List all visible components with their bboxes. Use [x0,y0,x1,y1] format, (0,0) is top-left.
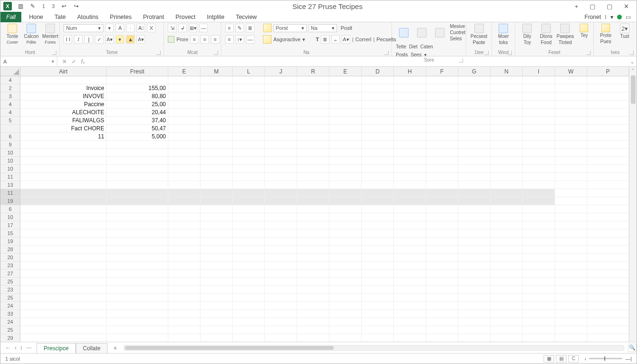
cell[interactable] [555,310,587,318]
cell[interactable] [523,318,555,326]
cell[interactable] [329,221,362,229]
cell[interactable] [20,181,107,189]
fx-icon[interactable]: fₓ [81,58,85,65]
cell[interactable] [329,109,362,117]
cell[interactable] [297,197,329,205]
cell[interactable] [168,76,200,84]
cell[interactable] [587,92,629,100]
row-header[interactable]: 17 [0,221,20,229]
cell[interactable] [168,286,200,294]
cell[interactable] [297,100,329,109]
cell[interactable] [233,109,265,117]
cell[interactable] [233,246,265,254]
case-button[interactable]: X [147,24,155,32]
cell[interactable] [200,334,233,342]
cell[interactable] [523,189,555,197]
cell[interactable] [458,141,491,149]
cell[interactable] [458,189,491,197]
cell[interactable] [329,165,362,173]
cell[interactable] [20,254,107,262]
cell[interactable] [200,326,233,334]
cell[interactable] [265,246,297,254]
cell[interactable] [233,278,265,286]
cell[interactable] [200,286,233,294]
cell[interactable] [233,294,265,302]
col-header[interactable]: W [555,67,587,76]
cell[interactable] [555,334,587,342]
cell[interactable] [168,165,200,173]
cell[interactable] [265,157,297,165]
col-header[interactable]: P [587,67,629,76]
cell[interactable] [587,221,629,229]
cell[interactable] [426,254,458,262]
cell[interactable] [329,117,362,125]
cell[interactable] [491,254,523,262]
cell[interactable] [200,76,233,84]
cell[interactable] [233,133,265,141]
cell[interactable] [458,92,491,100]
cell[interactable] [168,221,200,229]
cell[interactable] [20,326,107,334]
row-header[interactable]: 5 [0,117,20,125]
cell[interactable] [329,229,362,237]
cell[interactable] [523,165,555,173]
delete-button[interactable]: Moertoks [495,24,511,45]
cell[interactable] [394,221,426,229]
cell[interactable] [329,302,362,310]
cell[interactable] [265,109,297,117]
cell[interactable] [426,213,458,221]
cell[interactable] [329,270,362,278]
cell[interactable] [233,181,265,189]
cell[interactable] [491,197,523,205]
cell[interactable] [587,262,629,270]
row-header[interactable]: 11 [0,189,20,197]
cell[interactable] [587,318,629,326]
cell[interactable] [555,173,587,181]
cell[interactable] [107,165,168,173]
cell[interactable] [458,278,491,286]
cell[interactable]: 155,00 [107,84,168,92]
cell[interactable] [297,157,329,165]
cell[interactable] [200,221,233,229]
tab-review[interactable]: Provect [170,12,201,22]
cell[interactable] [491,205,523,213]
cell[interactable] [587,270,629,278]
cell[interactable] [200,262,233,270]
cell[interactable] [491,246,523,254]
cell[interactable] [491,262,523,270]
cell[interactable] [426,246,458,254]
decrease-font-button[interactable]: · [126,24,135,32]
cell[interactable] [200,246,233,254]
cell[interactable] [587,109,629,117]
cell[interactable] [523,221,555,229]
cell[interactable] [107,173,168,181]
cell[interactable] [555,149,587,157]
cell[interactable] [587,237,629,246]
cell[interactable] [168,326,200,334]
cell[interactable] [491,310,523,318]
cell[interactable] [362,92,394,100]
cell[interactable] [523,133,555,141]
cell[interactable] [233,141,265,149]
maximize-button[interactable]: ▢ [607,3,612,10]
cell[interactable] [297,76,329,84]
cell[interactable] [20,149,107,157]
cell[interactable] [587,294,629,302]
cell[interactable] [458,310,491,318]
cell[interactable] [426,133,458,141]
cell[interactable] [491,100,523,109]
cell[interactable] [426,286,458,294]
cell[interactable] [265,229,297,237]
cell[interactable] [297,181,329,189]
cell[interactable] [297,92,329,100]
page-break-button[interactable]: C [568,355,579,363]
cell[interactable] [458,237,491,246]
cell[interactable] [458,286,491,294]
cell[interactable] [20,229,107,237]
cell[interactable] [233,205,265,213]
cell[interactable] [265,149,297,157]
cell[interactable] [394,205,426,213]
cell[interactable] [297,84,329,92]
cell[interactable] [491,173,523,181]
highlight-button[interactable]: ▲ [126,35,135,44]
